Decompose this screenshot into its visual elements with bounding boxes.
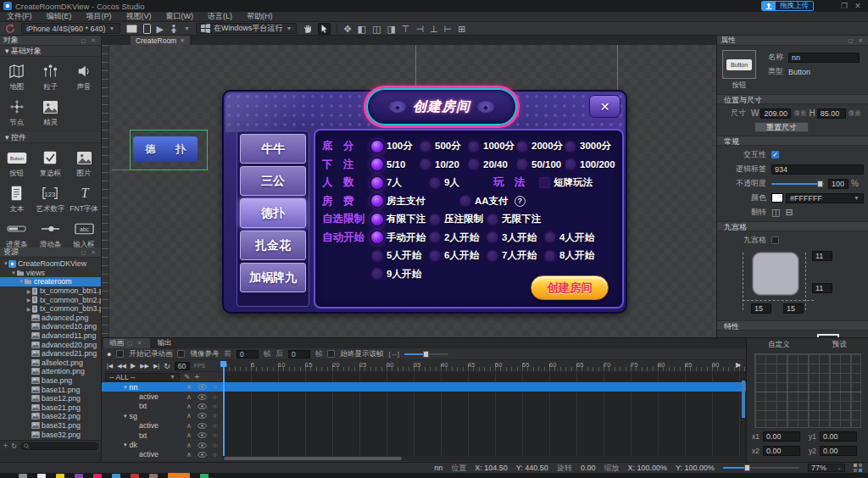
collapse-icon[interactable]: ∧ [186, 442, 192, 449]
edit-animation-icon[interactable]: ✎ [184, 373, 191, 381]
radio-icon[interactable] [371, 250, 383, 262]
name-input[interactable]: nn [788, 53, 860, 63]
taskbar-app-icon[interactable] [200, 474, 209, 478]
option-500分[interactable]: 500分 [420, 140, 468, 153]
chevron-down-icon[interactable]: ▼ [184, 25, 190, 31]
tree-item-CreateRoomDKView[interactable]: ▼CreateRoomDKView [0, 259, 101, 269]
track-row-active[interactable]: active∧○ [102, 421, 746, 431]
game-tab-扎金花[interactable]: 扎金花 [240, 231, 306, 260]
interactive-checkbox[interactable]: ✓ [771, 151, 779, 158]
option-10/20[interactable]: 10/20 [420, 158, 468, 170]
track-row-txt[interactable]: txt∧○ [102, 402, 746, 411]
logic-tag-input[interactable]: 934 [771, 164, 864, 175]
collapse-icon[interactable]: ∧ [186, 422, 192, 430]
option-2000分[interactable]: 2000分 [516, 140, 565, 153]
panel-dock-close-icons[interactable]: ◻ ✕ [81, 249, 97, 256]
option-20/40[interactable]: 20/40 [468, 158, 516, 170]
canvas-tab[interactable]: CreateRoom ✕ [131, 36, 190, 45]
close-tab-icon[interactable]: ✕ [180, 37, 185, 44]
color-dropdown[interactable]: #FFFFFF ▼ [786, 193, 864, 203]
add-resource-button[interactable]: + [3, 442, 8, 450]
radio-icon[interactable] [468, 158, 480, 170]
section-nine-grid[interactable]: 九宫格 [717, 221, 868, 231]
nine-grid-left-input[interactable]: 15 [751, 303, 771, 314]
tree-item-allselect.png[interactable]: allselect.png [0, 358, 101, 368]
option-50/100[interactable]: 50/100 [516, 158, 565, 170]
tree-item-advanced.png[interactable]: advanced.png [0, 314, 101, 323]
tab-output[interactable]: 输出 [152, 338, 178, 348]
curve-editor-grid[interactable] [754, 353, 861, 428]
track-filter-dropdown[interactable]: -- ALL -- ▼ [105, 373, 180, 381]
tree-item-base32.png[interactable]: base32.png [0, 430, 101, 439]
align-center-icon[interactable]: ◫ [372, 23, 381, 35]
close-window-button[interactable]: ✕ [851, 2, 865, 10]
always-show-frame-checkbox[interactable] [327, 350, 335, 358]
fps-input[interactable]: 60 [175, 362, 190, 370]
design-canvas[interactable]: 德 扑 ♠ 创建房间 ♠ ✕ 牛牛三公德扑扎金花加锅牌九 底 分100分500分… [102, 45, 716, 337]
canvas-zoom-combo[interactable]: 77% ⌄ [808, 464, 845, 472]
eye-icon[interactable] [198, 432, 207, 438]
option-7人开始[interactable]: 7人开始 [487, 249, 544, 262]
track-row-dk[interactable]: ▾ dk∧○ [102, 440, 746, 449]
keyframe-circle-icon[interactable]: ○ [213, 442, 217, 449]
caret-open-icon[interactable]: ▾ [124, 413, 127, 420]
tab-preset-curve[interactable]: 预设 [832, 340, 847, 350]
tree-item-advanced20.png[interactable]: advanced20.png [0, 340, 101, 349]
radio-icon[interactable] [371, 177, 383, 189]
upload-badge[interactable]: 拖拽上传 [761, 1, 814, 11]
keyframe-circle-icon[interactable]: ○ [213, 383, 217, 391]
expand-curve-panel-button[interactable]: ▶ [736, 361, 741, 369]
keyframe-circle-icon[interactable]: ○ [213, 431, 217, 439]
playhead-marker[interactable] [220, 361, 226, 367]
timeline-horizontal-scrollbar[interactable] [222, 456, 746, 461]
tree-item-base11.png[interactable]: base11.png [0, 385, 101, 394]
option-2人开始[interactable]: 2人开始 [429, 231, 487, 244]
collapse-icon[interactable]: ∧ [186, 403, 192, 410]
select-tool-button[interactable] [318, 23, 331, 35]
nine-grid-checkbox[interactable] [771, 236, 779, 244]
palette-item-节点[interactable]: 节点 [0, 94, 34, 130]
palette-item-复选框[interactable]: 复选框 [34, 145, 68, 181]
radio-icon[interactable] [544, 231, 556, 243]
tree-item-advanced10.png[interactable]: advanced10.png [0, 322, 101, 331]
reset-size-button[interactable]: 重置尺寸 [754, 122, 809, 132]
tree-item-createroom[interactable]: ▼createroom [0, 277, 101, 286]
tab-animation[interactable]: 动画 ◻ ✕ [103, 338, 150, 348]
option-8人开始[interactable]: 8人开始 [544, 249, 602, 262]
eye-icon[interactable] [198, 452, 207, 458]
fast-forward-icon[interactable]: ▶▶ [140, 363, 149, 370]
move-tool-icon[interactable]: ✥ [343, 23, 351, 35]
eye-icon[interactable] [198, 403, 207, 409]
option-100分[interactable]: 100分 [371, 140, 420, 153]
nine-grid-top-input[interactable]: 11 [812, 251, 832, 261]
tree-item-base12.png[interactable]: base12.png [0, 394, 101, 403]
radio-icon[interactable] [429, 250, 441, 262]
radio-icon[interactable] [516, 141, 528, 153]
section-general[interactable]: 常规 [717, 136, 868, 146]
panel-dock-close-icons[interactable]: ◻ ✕ [81, 37, 97, 44]
curve-field-input[interactable]: 0.00 [820, 446, 857, 456]
option-5/10[interactable]: 5/10 [371, 158, 420, 170]
option-6人开始[interactable]: 6人开始 [429, 249, 487, 262]
menu-item[interactable]: 编辑(E) [47, 11, 72, 22]
align-bottom-icon[interactable]: ⊥ [430, 23, 438, 35]
palette-item-文本[interactable]: 文本 [0, 181, 34, 216]
create-room-button[interactable]: 创建房间 [531, 275, 609, 300]
palette-section-header[interactable]: ▾ 控件 [0, 132, 101, 143]
skip-end-icon[interactable]: ▶| [153, 363, 159, 370]
track-row-nn[interactable]: ▾ nn∧○ [102, 382, 746, 392]
taskbar-app-icon[interactable] [168, 473, 190, 478]
playhead[interactable] [223, 362, 225, 457]
taskbar-app-icon[interactable] [93, 474, 102, 478]
front-frames-input[interactable]: 0 [236, 350, 259, 358]
record-animation-checkbox[interactable] [116, 350, 124, 358]
tab-custom-curve[interactable]: 自定义 [768, 340, 790, 350]
palette-item-图片[interactable]: 图片 [67, 145, 101, 181]
menu-item[interactable]: 项目(P) [86, 11, 112, 22]
dk-button-sprite[interactable]: 德 扑 [133, 136, 198, 162]
tree-item-base22.png[interactable]: base22.png [0, 412, 101, 421]
tree-item-tx_common_btn1.plist[interactable]: ▶tx_common_btn1.plist [0, 286, 101, 296]
radio-icon[interactable] [565, 158, 576, 170]
radio-icon[interactable] [371, 214, 383, 225]
option-5人开始[interactable]: 5人开始 [371, 249, 429, 262]
